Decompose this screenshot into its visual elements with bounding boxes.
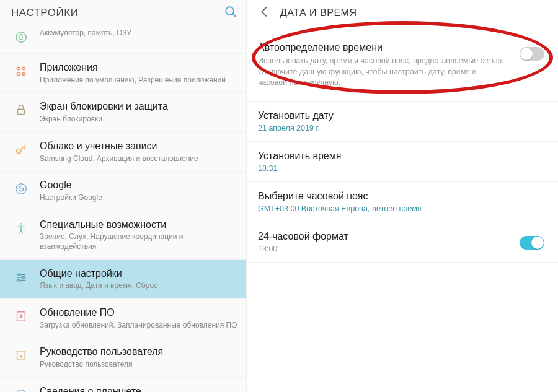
svg-rect-8 [18, 110, 25, 115]
sidebar-item-apps[interactable]: Приложения Приложения по умолчанию, Разр… [0, 54, 246, 93]
update-icon [11, 307, 31, 326]
svg-point-4 [17, 67, 19, 69]
svg-point-11 [20, 223, 22, 225]
sliders-icon [11, 268, 31, 287]
svg-point-2 [16, 32, 27, 43]
setting-value: 21 апреля 2019 г. [258, 124, 532, 133]
sidebar-header: НАСТРОЙКИ [0, 0, 246, 26]
sidebar-item-label: Специальные возможности [40, 219, 237, 232]
sidebar-menu: Аккумулятор, память, ОЗУ Приложения Прил… [0, 26, 246, 392]
svg-point-17 [16, 390, 27, 392]
google-icon [11, 179, 31, 199]
svg-line-1 [232, 14, 236, 17]
search-icon[interactable] [224, 5, 237, 21]
settings-sidebar: НАСТРОЙКИ Аккумулятор, память, ОЗУ Прило… [0, 0, 247, 392]
sidebar-item-general[interactable]: Общие настройки Язык и ввод, Дата и врем… [0, 260, 246, 299]
sidebar-item-device-care[interactable]: Аккумулятор, память, ОЗУ [0, 26, 246, 54]
battery-icon [11, 27, 31, 47]
sidebar-item-label: Обновление ПО [40, 307, 237, 320]
lock-icon [11, 100, 31, 120]
setting-sub: Использовать дату, время и часовой пояс,… [258, 56, 507, 89]
sidebar-item-manual[interactable]: Руководство пользователя Руководство пол… [0, 338, 246, 377]
sidebar-item-sub: Аккумулятор, память, ОЗУ [40, 28, 237, 38]
sidebar-item-lockscreen[interactable]: Экран блокировки и защита Экран блокиров… [0, 93, 246, 132]
detail-pane: ДАТА И ВРЕМЯ Автоопределение времени Исп… [247, 0, 558, 392]
sidebar-item-google[interactable]: Google Настройки Google [0, 172, 246, 211]
svg-point-9 [17, 149, 21, 153]
sidebar-item-label: Экран блокировки и защита [40, 100, 237, 113]
sidebar-item-sub: Загрузка обновлений, Запланированные обн… [40, 321, 237, 331]
setting-auto-time[interactable]: Автоопределение времени Использовать дат… [247, 26, 558, 102]
sidebar-item-about[interactable]: Сведения о планшете Состояние, Юридическ… [0, 378, 246, 392]
toggle-24h[interactable] [520, 236, 544, 250]
svg-point-13 [22, 276, 24, 278]
sidebar-item-sub: Язык и ввод, Дата и время, Сброс [40, 281, 237, 291]
sidebar-item-label: Google [40, 179, 237, 192]
setting-set-time[interactable]: Установить время 18:31 [247, 142, 558, 182]
apps-icon [11, 61, 31, 81]
setting-title: Автоопределение времени [258, 42, 507, 53]
sidebar-item-sub: Зрение, Слух, Нарушение координации и вз… [40, 232, 237, 251]
sidebar-item-label: Облако и учетные записи [40, 140, 237, 153]
svg-point-5 [22, 67, 25, 69]
setting-timezone[interactable]: Выберите часовой пояс GMT+03:00 Восточна… [247, 182, 558, 222]
sidebar-item-sub: Приложения по умолчанию, Разрешения прил… [40, 76, 237, 85]
detail-header: ДАТА И ВРЕМЯ [247, 0, 558, 26]
setting-value: 18:31 [258, 164, 532, 173]
setting-set-date[interactable]: Установить дату 21 апреля 2019 г. [247, 102, 558, 142]
setting-title: Установить дату [258, 110, 532, 121]
sidebar-item-accessibility[interactable]: Специальные возможности Зрение, Слух, На… [0, 211, 246, 260]
accessibility-icon [11, 219, 31, 238]
sidebar-item-cloud[interactable]: Облако и учетные записи Samsung Cloud, А… [0, 133, 246, 172]
detail-title: ДАТА И ВРЕМЯ [280, 7, 356, 19]
sidebar-item-label: Приложения [40, 61, 237, 74]
settings-list: Автоопределение времени Использовать дат… [247, 26, 558, 263]
setting-value: 13:00 [258, 245, 507, 253]
sidebar-item-label: Сведения о планшете [40, 385, 237, 392]
info-icon [11, 385, 31, 392]
sidebar-item-update[interactable]: Обновление ПО Загрузка обновлений, Запла… [0, 299, 246, 338]
svg-point-7 [22, 72, 25, 75]
setting-title: Выберите часовой пояс [258, 191, 532, 202]
svg-point-6 [17, 72, 19, 75]
sidebar-item-label: Руководство пользователя [40, 346, 237, 359]
setting-title: Установить время [258, 150, 532, 162]
manual-icon [11, 346, 31, 365]
back-icon[interactable] [258, 5, 272, 21]
sidebar-title: НАСТРОЙКИ [11, 7, 78, 19]
svg-rect-3 [20, 34, 22, 39]
sidebar-item-label: Общие настройки [40, 268, 237, 281]
key-icon [11, 140, 31, 160]
sidebar-item-sub: Руководство пользователя [40, 360, 237, 370]
sidebar-item-sub: Samsung Cloud, Архивация и восстановлени… [40, 154, 237, 164]
svg-point-0 [226, 7, 234, 15]
svg-point-10 [16, 184, 27, 194]
svg-point-12 [19, 273, 20, 275]
sidebar-item-sub: Экран блокировки [40, 115, 237, 124]
svg-point-14 [17, 279, 19, 281]
sidebar-item-sub: Настройки Google [40, 193, 237, 203]
setting-value: GMT+03:00 Восточная Европа, летнее время [258, 204, 532, 213]
toggle-auto-time[interactable] [520, 47, 544, 61]
setting-title: 24-часовой формат [258, 231, 507, 242]
setting-24h[interactable]: 24-часовой формат 13:00 [247, 222, 558, 263]
